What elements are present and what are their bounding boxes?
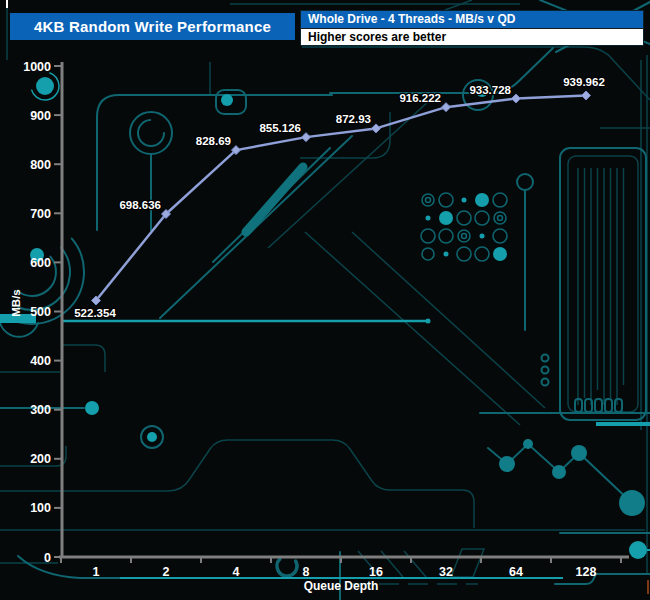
data-point-marker <box>302 133 311 142</box>
y-tick-label: 400 <box>30 354 51 368</box>
y-tick-label: 1000 <box>23 60 51 74</box>
series-line <box>96 95 586 300</box>
data-point-marker <box>582 91 591 100</box>
data-point-label: 933.728 <box>469 84 511 96</box>
x-tick-label: 128 <box>576 565 597 579</box>
y-tick-label: 300 <box>30 403 51 417</box>
y-tick-label: 0 <box>44 551 51 565</box>
performance-line-chart: 0100200300400500600700800900100012481632… <box>0 0 650 600</box>
chart-canvas: 0100200300400500600700800900100012481632… <box>0 0 650 600</box>
x-tick-label: 8 <box>303 565 310 579</box>
data-point-marker <box>512 94 521 103</box>
chart-title-bar: 4KB Random Write Performance <box>10 13 295 40</box>
chart-subtitle-block: Whole Drive - 4 Threads - MB/s v QD High… <box>300 10 644 46</box>
y-tick-label: 100 <box>30 501 51 515</box>
y-tick-label: 200 <box>30 452 51 466</box>
data-point-label: 939.962 <box>563 76 605 88</box>
y-tick-label: 900 <box>30 109 51 123</box>
x-tick-label: 1 <box>93 565 100 579</box>
chart-note: Higher scores are better <box>301 28 643 45</box>
data-point-marker <box>372 124 381 133</box>
data-point-marker <box>442 103 451 112</box>
x-axis-title: Queue Depth <box>304 579 379 593</box>
y-tick-label: 600 <box>30 256 51 270</box>
data-point-label: 872.93 <box>336 113 371 125</box>
data-point-label: 522.354 <box>74 307 116 319</box>
y-axis-title: MB/s <box>10 289 22 316</box>
chart-title: 4KB Random Write Performance <box>34 18 271 35</box>
data-point-label: 916.222 <box>399 92 441 104</box>
y-tick-label: 500 <box>30 305 51 319</box>
chart-subtitle: Whole Drive - 4 Threads - MB/s v QD <box>301 11 643 28</box>
x-tick-label: 64 <box>509 565 523 579</box>
data-point-label: 698.636 <box>119 199 161 211</box>
x-tick-label: 2 <box>163 565 170 579</box>
y-tick-label: 700 <box>30 207 51 221</box>
data-point-label: 855.126 <box>259 122 301 134</box>
x-tick-label: 32 <box>439 565 453 579</box>
data-point-label: 828.69 <box>196 135 231 147</box>
y-tick-label: 800 <box>30 158 51 172</box>
x-tick-label: 4 <box>233 565 240 579</box>
x-tick-label: 16 <box>369 565 383 579</box>
